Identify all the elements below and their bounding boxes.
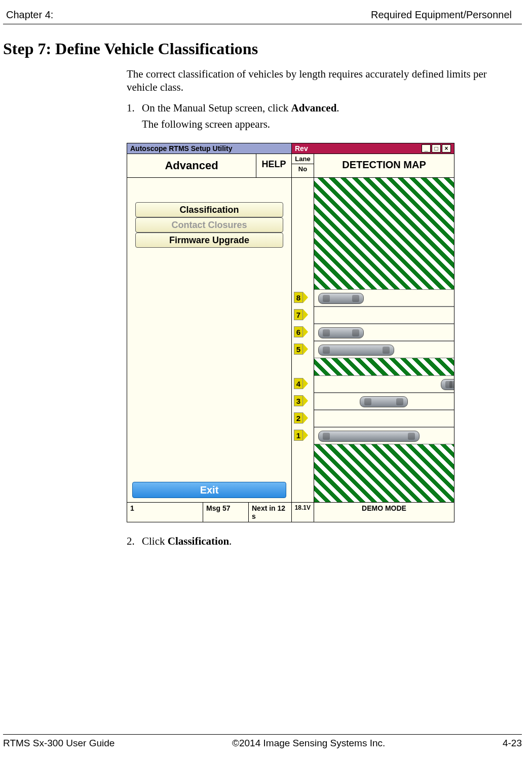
lane-label: Lane [292, 154, 314, 164]
status-1: 1 [127, 503, 203, 522]
app-title-rev: Rev [295, 144, 308, 153]
vehicle-icon [318, 327, 364, 338]
lane-2-label: 2 [294, 412, 303, 424]
lane-number-column: 8 7 6 5 4 3 2 1 [292, 178, 314, 502]
detection-map [314, 178, 454, 502]
footer-mid: ©2014 Image Sensing Systems Inc. [232, 738, 385, 749]
lane-3-label: 3 [294, 395, 303, 406]
footer-left: RTMS Sx-300 User Guide [3, 738, 115, 749]
footer-right: 4-23 [503, 738, 522, 749]
step-title: Step 7: Define Vehicle Classifications [3, 40, 532, 58]
step-1-bold: Advanced [291, 102, 337, 114]
step-2-number: 2. [127, 535, 142, 548]
lane-8-label: 8 [294, 292, 303, 303]
step-2-a: Click [142, 535, 168, 547]
detection-map-heading: DETECTION MAP [314, 154, 454, 177]
lane-6-label: 6 [294, 326, 303, 337]
lane-5-label: 5 [294, 344, 303, 355]
lane-1-label: 1 [294, 430, 303, 441]
vehicle-icon [318, 345, 394, 356]
status-bar: 1 Msg 57 Next in 12 s 18.1V DEMO MODE [127, 502, 454, 522]
step-2-c: . [229, 535, 232, 547]
vehicle-icon [318, 293, 364, 304]
step-2-bold: Classification [168, 535, 229, 547]
vehicle-icon [360, 396, 408, 407]
lane-4-label: 4 [294, 378, 303, 389]
app-title: Autoscope RTMS Setup Utility [127, 143, 292, 154]
exit-button[interactable]: Exit [132, 482, 286, 498]
help-button[interactable]: HELP [256, 154, 291, 177]
step-1-a: On the Manual Setup screen, click [142, 102, 291, 114]
status-mode: DEMO MODE [314, 503, 454, 522]
close-button[interactable]: × [442, 144, 451, 153]
vehicle-icon [441, 379, 454, 390]
maximize-button[interactable]: □ [432, 144, 441, 153]
classification-button[interactable]: Classification [135, 202, 283, 217]
advanced-heading: Advanced [127, 154, 256, 177]
step-1-c: . [336, 102, 339, 114]
step-1-sub: The following screen appears. [142, 118, 512, 131]
no-label: No [292, 164, 314, 174]
step-1-text: On the Manual Setup screen, click Advanc… [142, 101, 512, 115]
lane-7-label: 7 [294, 309, 303, 320]
header-right: Required Equipment/Personnel [371, 9, 512, 21]
status-msg: Msg 57 [203, 503, 249, 522]
contact-closures-button[interactable]: Contact Closures [135, 217, 283, 233]
left-pane: Classification Contact Closures Firmware… [127, 178, 292, 502]
status-volt: 18.1V [292, 503, 314, 522]
intro-text: The correct classification of vehicles b… [127, 67, 512, 94]
step-2-text: Click Classification. [142, 535, 512, 548]
app-window: Autoscope RTMS Setup Utility Rev _ □ × A… [127, 143, 454, 522]
step-1-number: 1. [127, 101, 142, 115]
firmware-upgrade-button[interactable]: Firmware Upgrade [135, 233, 283, 248]
header-left: Chapter 4: [6, 9, 53, 21]
minimize-button[interactable]: _ [422, 144, 431, 153]
status-next: Next in 12 s [249, 503, 292, 522]
vehicle-icon [318, 431, 420, 442]
